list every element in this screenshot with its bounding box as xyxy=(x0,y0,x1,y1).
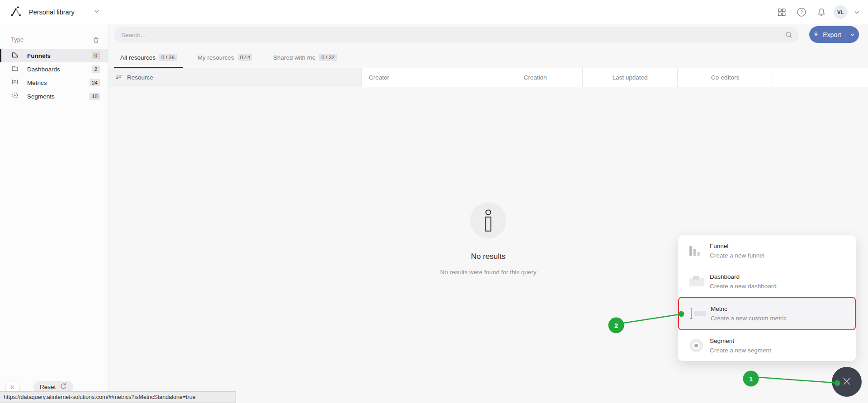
metric-cursor-icon xyxy=(690,308,711,319)
sidebar-item-label: Dashboards xyxy=(27,66,92,73)
app-screen: Personal library ? xyxy=(0,0,868,403)
download-arrow-icon xyxy=(813,31,819,38)
create-menu: Funnel Create a new funnel Dashboard Cre… xyxy=(678,235,856,361)
tab-shared-with-me[interactable]: Shared with me 0 / 32 xyxy=(267,48,343,68)
topbar: Personal library ? xyxy=(0,0,868,24)
menu-item-create-segment[interactable]: Segment Create a new segment xyxy=(678,330,856,361)
workspace-switcher[interactable]: Personal library xyxy=(0,5,100,19)
sidebar-item-label: Funnels xyxy=(27,52,92,59)
export-options-chevron-icon[interactable] xyxy=(845,32,859,37)
column-header-resource[interactable]: Resource xyxy=(108,68,362,87)
column-label: Co-editors xyxy=(711,74,739,81)
tab-my-resources[interactable]: My resources 0 / 4 xyxy=(191,48,259,68)
brand-logo-icon xyxy=(10,5,23,19)
count-badge: 24 xyxy=(90,79,100,86)
column-label: Resource xyxy=(127,74,153,81)
menu-item-subtitle: Create a new funnel xyxy=(710,252,764,259)
help-button[interactable]: ? xyxy=(794,5,809,20)
apps-grid-button[interactable] xyxy=(774,5,789,20)
status-url-text: https://dataquery.atinternet-solutions.c… xyxy=(4,394,196,400)
chevron-down-icon xyxy=(94,8,100,16)
column-header-co-editors[interactable]: Co-editors xyxy=(678,68,773,87)
empty-state: No results No results were found for thi… xyxy=(398,202,579,276)
menu-item-subtitle: Create a new dashboard xyxy=(710,283,777,290)
menu-item-create-metric[interactable]: Metric Create a new custom metric xyxy=(678,297,856,330)
menu-item-title: Funnel xyxy=(710,243,764,249)
tab-count-badge: 0 / 36 xyxy=(159,54,177,61)
column-header-creator[interactable]: Creator xyxy=(362,68,488,87)
clear-filters-trash-button[interactable] xyxy=(91,34,101,44)
table-header: Resource Creator Creation Last updated C… xyxy=(108,68,868,87)
sidebar-type-header: Type xyxy=(0,24,108,49)
menu-item-create-dashboard[interactable]: Dashboard Create a new dashboard xyxy=(678,266,856,297)
empty-state-title: No results xyxy=(398,252,579,261)
menu-item-create-funnel[interactable]: Funnel Create a new funnel xyxy=(678,235,856,266)
export-label: Export xyxy=(823,31,841,38)
sort-descending-icon[interactable] xyxy=(115,73,123,82)
empty-state-subtitle: No results were found for this query xyxy=(398,269,579,276)
svg-text:?: ? xyxy=(800,9,803,15)
column-header-creation[interactable]: Creation xyxy=(488,68,583,87)
column-label: Creation xyxy=(524,74,547,81)
tab-count-badge: 0 / 32 xyxy=(319,54,337,61)
sidebar: Type Funnels 0 Dashboards 2 xyxy=(0,24,108,403)
funnel-bars-icon xyxy=(689,245,710,257)
tab-count-badge: 0 / 4 xyxy=(238,54,252,61)
segment-ring-icon xyxy=(689,338,710,353)
avatar[interactable]: VL xyxy=(834,5,847,19)
step-1-badge xyxy=(743,371,759,387)
export-button[interactable]: Export xyxy=(809,26,859,43)
workspace-title: Personal library xyxy=(29,9,75,16)
step-1-connector-line xyxy=(758,377,836,383)
tab-label: Shared with me xyxy=(273,54,316,61)
step-1-number: 1 xyxy=(749,375,753,383)
notifications-bell-button[interactable] xyxy=(814,5,829,20)
undo-icon xyxy=(60,383,67,391)
dashboard-thumbnail-icon xyxy=(689,276,710,287)
close-icon xyxy=(842,376,852,388)
column-label: Creator xyxy=(369,74,389,81)
search-input[interactable] xyxy=(114,27,799,42)
menu-item-title: Segment xyxy=(710,337,771,344)
metric-type-icon xyxy=(11,78,19,88)
tab-all-resources[interactable]: All resources 0 / 36 xyxy=(114,48,183,68)
resource-tabs: All resources 0 / 36 My resources 0 / 4 … xyxy=(114,48,343,68)
step-2-number: 2 xyxy=(614,322,618,329)
menu-item-subtitle: Create a new custom metric xyxy=(711,315,787,322)
sidebar-item-dashboards[interactable]: Dashboards 2 xyxy=(0,62,108,76)
count-badge: 0 xyxy=(92,52,100,59)
sidebar-item-funnels[interactable]: Funnels 0 xyxy=(0,49,108,62)
count-badge: 10 xyxy=(90,93,100,100)
type-section-label: Type xyxy=(11,36,24,43)
topbar-actions: ? VL xyxy=(774,5,868,20)
menu-item-title: Dashboard xyxy=(710,273,777,280)
menu-item-subtitle: Create a new segment xyxy=(710,347,771,354)
close-create-menu-fab[interactable] xyxy=(832,367,862,397)
sidebar-item-label: Metrics xyxy=(27,80,90,86)
tab-label: My resources xyxy=(198,54,234,61)
status-url-bar: https://dataquery.atinternet-solutions.c… xyxy=(0,391,236,403)
menu-item-title: Metric xyxy=(711,305,787,312)
info-icon xyxy=(470,202,506,239)
reset-label: Reset xyxy=(40,384,56,390)
funnel-type-icon xyxy=(11,51,19,61)
column-header-spacer xyxy=(773,68,868,87)
column-label: Last updated xyxy=(612,74,647,81)
step-2-badge xyxy=(609,318,624,333)
sidebar-item-segments[interactable]: Segments 10 xyxy=(0,89,108,103)
collapse-chevron-left-icon xyxy=(9,384,16,392)
segment-type-icon xyxy=(11,91,19,101)
tab-label: All resources xyxy=(120,54,156,61)
sidebar-item-label: Segments xyxy=(27,93,90,100)
step-2-connector-line xyxy=(623,314,679,323)
sidebar-item-metrics[interactable]: Metrics 24 xyxy=(0,76,108,89)
count-badge: 2 xyxy=(92,66,100,73)
account-chevron-down-icon[interactable] xyxy=(852,5,862,20)
folder-icon xyxy=(11,64,19,74)
column-header-last-updated[interactable]: Last updated xyxy=(583,68,678,87)
